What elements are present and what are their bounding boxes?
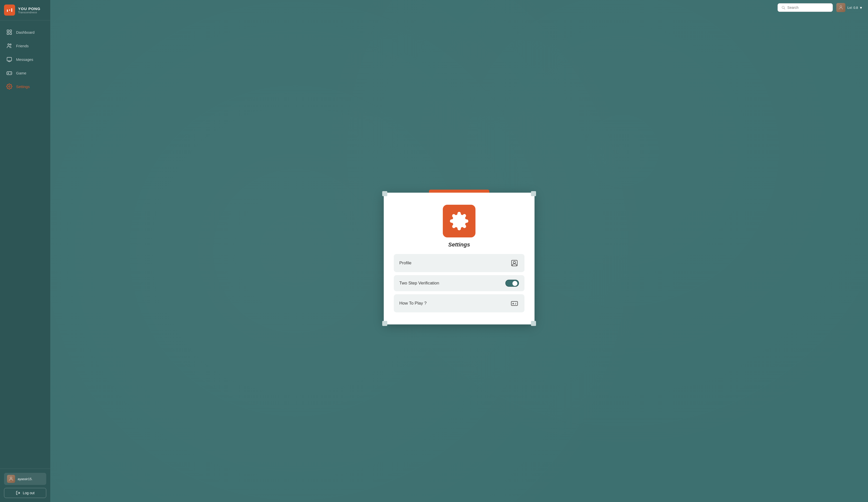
panel-top-bar xyxy=(429,190,489,193)
search-input[interactable] xyxy=(787,6,829,10)
corner-bl xyxy=(382,321,387,326)
corner-br xyxy=(531,321,536,326)
header-user-level: Lvl: 0.8 xyxy=(847,6,858,10)
sidebar-item-game[interactable]: Game xyxy=(0,66,50,80)
settings-icon-box xyxy=(443,205,475,238)
header-avatar xyxy=(836,3,845,12)
two-step-toggle[interactable] xyxy=(505,280,519,287)
svg-rect-3 xyxy=(7,30,9,32)
messages-icon xyxy=(6,56,12,63)
two-step-row[interactable]: Two Step Verification xyxy=(394,275,525,291)
settings-nav-icon xyxy=(6,83,12,90)
sidebar-item-friends[interactable]: Friends xyxy=(0,39,50,52)
toggle-knob xyxy=(513,281,517,286)
svg-point-15 xyxy=(9,86,10,87)
sidebar-nav: Dashboard Friends Messages xyxy=(0,20,50,469)
svg-rect-1 xyxy=(11,8,12,12)
profile-label: Profile xyxy=(399,261,411,265)
settings-gear-icon xyxy=(449,211,469,231)
logout-button[interactable]: Log out xyxy=(4,488,46,498)
svg-line-19 xyxy=(784,8,785,9)
svg-rect-6 xyxy=(10,33,12,34)
app-subtitle: Transcendnece xyxy=(18,11,40,14)
chevron-down-icon: ▾ xyxy=(860,5,862,10)
user-header-menu[interactable]: Lvl: 0.8 ▾ xyxy=(836,3,862,12)
svg-point-2 xyxy=(9,10,10,11)
svg-point-8 xyxy=(10,44,11,45)
search-icon xyxy=(781,6,785,10)
sidebar-item-dashboard[interactable]: Dashboard xyxy=(0,26,50,39)
how-to-play-icon xyxy=(510,299,519,308)
settings-panel-title: Settings xyxy=(394,241,525,248)
messages-label: Messages xyxy=(16,57,33,62)
svg-point-27 xyxy=(515,303,516,304)
game-label: Game xyxy=(16,71,27,75)
user-name: ayassir15. xyxy=(18,477,32,481)
how-to-play-row[interactable]: How To Play ? xyxy=(394,294,525,312)
svg-point-14 xyxy=(11,73,11,74)
sidebar-logo: YOU PONG Transcendnece xyxy=(0,0,50,20)
dashboard-icon xyxy=(6,29,12,36)
header: Lvl: 0.8 ▾ xyxy=(50,0,868,15)
logo-icon xyxy=(4,4,15,16)
svg-rect-4 xyxy=(10,30,12,32)
main-content: Lvl: 0.8 ▾ Settings xyxy=(50,0,868,502)
settings-list: Profile Two Step Verification xyxy=(394,254,525,312)
toggle-track xyxy=(505,280,519,287)
svg-rect-24 xyxy=(512,302,518,305)
svg-point-13 xyxy=(10,73,11,73)
svg-point-28 xyxy=(515,304,516,304)
sidebar-item-messages[interactable]: Messages xyxy=(0,52,50,66)
corner-tl xyxy=(382,191,387,196)
svg-rect-9 xyxy=(7,57,12,61)
sidebar-item-settings[interactable]: Settings xyxy=(0,80,50,93)
sidebar-bottom: ayassir15. Log out xyxy=(0,469,50,502)
svg-point-16 xyxy=(10,477,12,479)
logout-label: Log out xyxy=(23,491,35,495)
logo-svg xyxy=(6,7,13,13)
user-card[interactable]: ayassir15. xyxy=(4,473,46,485)
settings-panel: Settings Profile Two Step xyxy=(384,193,535,324)
avatar xyxy=(7,475,15,483)
friends-icon xyxy=(6,42,12,49)
logo-text: YOU PONG Transcendnece xyxy=(18,7,40,14)
game-icon xyxy=(6,70,12,76)
two-step-label: Two Step Verification xyxy=(399,281,439,286)
profile-icon xyxy=(510,259,519,268)
corner-tr xyxy=(531,191,536,196)
svg-rect-0 xyxy=(7,10,8,12)
panel-wrapper: Settings Profile Two Step xyxy=(50,15,868,502)
how-to-play-label: How To Play ? xyxy=(399,301,426,306)
profile-row[interactable]: Profile xyxy=(394,254,525,272)
search-bar[interactable] xyxy=(777,3,833,12)
settings-icon-wrap xyxy=(394,205,525,238)
app-name: YOU PONG xyxy=(18,7,40,11)
svg-point-23 xyxy=(514,261,516,263)
settings-label: Settings xyxy=(16,84,30,89)
svg-rect-5 xyxy=(7,33,9,34)
svg-point-7 xyxy=(8,44,9,45)
sidebar: YOU PONG Transcendnece Dashboard xyxy=(0,0,50,502)
logout-icon xyxy=(16,491,20,495)
friends-label: Friends xyxy=(16,44,29,48)
dashboard-label: Dashboard xyxy=(16,30,34,34)
avatar-img xyxy=(7,475,15,483)
svg-point-20 xyxy=(840,6,841,8)
